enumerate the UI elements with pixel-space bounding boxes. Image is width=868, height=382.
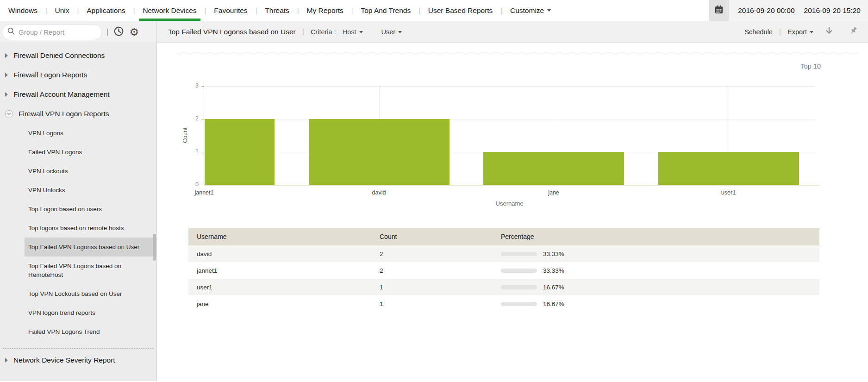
tab-favourites[interactable]: Favourites [211, 0, 250, 21]
calendar-button[interactable] [709, 0, 729, 21]
nav-separator: | [500, 7, 502, 14]
sidebar-item-vpn-unlocks[interactable]: VPN Unlocks [25, 181, 156, 200]
table-row-david[interactable]: david233.33% [188, 245, 819, 262]
tab-label: User Based Reports [428, 6, 493, 15]
schedule-button[interactable]: Schedule [744, 28, 772, 36]
panel-top-border [175, 52, 858, 52]
sidebar-item-top-failed-vpn-logons-based-on-remotehost[interactable]: Top Failed VPN Logons based on RemoteHos… [25, 257, 156, 284]
cell-username: user1 [188, 284, 380, 291]
cell-percentage: 16.67% [501, 284, 819, 291]
cell-count: 1 [380, 284, 501, 291]
export-label: Export [787, 28, 807, 36]
sidebar-search[interactable] [2, 24, 102, 40]
tab-label: Threats [265, 6, 289, 15]
tab-label: Applications [87, 6, 125, 15]
tab-unix[interactable]: Unix [52, 0, 72, 21]
sidebar-group-label: Network Device Severity Report [13, 356, 115, 364]
expand-arrow-icon [5, 92, 8, 97]
expand-arrow-icon [5, 73, 8, 77]
pushpin-icon [848, 25, 859, 38]
criteria-user-dropdown[interactable]: User [381, 28, 402, 36]
sidebar-item-failed-vpn-logons[interactable]: Failed VPN Logons [25, 143, 156, 162]
tab-my-reports[interactable]: My Reports [304, 0, 346, 21]
toolbar-separator: | [779, 28, 781, 36]
sidebar-group-label: Firewall Logon Reports [13, 71, 87, 79]
sidebar-group-firewall-account-management[interactable]: Firewall Account Management [0, 85, 156, 104]
nav-separator: | [256, 7, 257, 14]
chart-bar-jannet1[interactable] [205, 119, 275, 185]
gear-icon: ⚙ [129, 27, 139, 38]
table-row-jane[interactable]: jane116.67% [188, 295, 819, 312]
cell-percentage: 33.33% [501, 250, 819, 257]
collapse-icon [5, 110, 13, 118]
date-start[interactable]: 2016-09-20 00:00 [738, 6, 794, 15]
tab-windows[interactable]: Windows [6, 0, 40, 21]
pin-button[interactable] [848, 25, 859, 38]
sidebar-group-network-device-severity-report[interactable]: Network Device Severity Report [0, 351, 156, 370]
x-tick-label: user1 [696, 189, 761, 196]
sidebar-group-label: Firewall Denied Connections [13, 51, 105, 60]
chart-bar-david[interactable] [309, 119, 450, 185]
chart-bar-jane[interactable] [483, 152, 624, 185]
settings-button[interactable]: ⚙ [129, 27, 139, 38]
sidebar-group-firewall-vpn-logon-reports[interactable]: Firewall VPN Logon Reports [0, 104, 156, 124]
download-icon [824, 25, 835, 38]
gridline-horizontal [204, 119, 815, 119]
sidebar-item-top-logons-based-on-remote-hosts[interactable]: Top logons based on remote hosts [25, 219, 156, 238]
clock-icon [113, 25, 125, 39]
chart-bar-user1[interactable] [658, 152, 799, 185]
tab-applications[interactable]: Applications [84, 0, 128, 21]
expand-arrow-icon [5, 358, 8, 363]
export-dropdown[interactable]: Export [787, 28, 813, 36]
table-header-row: UsernameCountPercentage [188, 228, 819, 245]
x-tick-label: david [347, 189, 412, 196]
nav-separator: | [133, 7, 135, 14]
search-input[interactable] [19, 28, 97, 36]
y-tick-label: 1 [188, 148, 199, 155]
criteria-host-dropdown[interactable]: Host [343, 28, 363, 36]
sidebar-group-firewall-logon-reports[interactable]: Firewall Logon Reports [0, 65, 156, 85]
sidebar-item-vpn-lockouts[interactable]: VPN Lockouts [25, 162, 156, 181]
tab-label: Unix [55, 6, 69, 15]
sidebar-item-top-vpn-lockouts-based-on-user[interactable]: Top VPN Lockouts based on User [25, 284, 156, 303]
tab-top-and-trends[interactable]: Top And Trends [358, 0, 413, 21]
chevron-down-icon [359, 31, 363, 33]
date-end[interactable]: 2016-09-20 15:20 [804, 6, 861, 15]
table-row-jannet1[interactable]: jannet1233.33% [188, 262, 819, 279]
column-header-username: Username [188, 233, 380, 240]
chevron-down-icon [810, 31, 813, 33]
y-axis-title: Count [182, 127, 188, 143]
sidebar-item-top-logon-based-on-users[interactable]: Top Logon based on users [25, 200, 156, 219]
report-toolbar: Top Failed VPN Logonss based on User | C… [157, 21, 868, 43]
nav-separator: | [205, 7, 206, 14]
sidebar-scrollbar[interactable] [153, 234, 156, 261]
percentage-bar [501, 252, 537, 256]
recent-reports-button[interactable] [113, 25, 125, 39]
download-button[interactable] [824, 25, 835, 38]
criteria-user-value: User [381, 28, 396, 36]
x-tick-label: jane [521, 189, 586, 196]
tab-threats[interactable]: Threats [262, 0, 292, 21]
report-table: UsernameCountPercentagedavid233.33%janne… [188, 228, 819, 312]
sidebar-divider [3, 348, 154, 349]
tab-label: Customize [510, 6, 544, 15]
tab-user-based-reports[interactable]: User Based Reports [425, 0, 496, 21]
column-header-percentage: Percentage [501, 233, 819, 240]
content-area: Firewall Denied ConnectionsFirewall Logo… [0, 43, 868, 381]
tab-label: Top And Trends [361, 6, 411, 15]
tab-label: Windows [8, 6, 37, 15]
tab-customize[interactable]: Customize [507, 0, 554, 21]
sidebar-item-failed-vpn-logons-trend[interactable]: Failed VPN Logons Trend [25, 322, 156, 341]
sidebar-item-vpn-logons[interactable]: VPN Logons [25, 124, 156, 143]
expand-arrow-icon [5, 53, 8, 58]
sidebar-group-firewall-denied-connections[interactable]: Firewall Denied Connections [0, 46, 156, 65]
tab-network-devices[interactable]: Network Devices [140, 0, 199, 21]
cell-percentage: 33.33% [501, 267, 819, 274]
table-row-user1[interactable]: user1116.67% [188, 279, 819, 295]
sidebar-header: | ⚙ [0, 21, 157, 43]
chevron-down-icon [398, 31, 402, 33]
criteria-label: Criteria : [311, 28, 336, 36]
sidebar-item-top-failed-vpn-logonss-based-on-user[interactable]: Top Failed VPN Logonss based on User [25, 238, 156, 257]
sidebar-group-label: Firewall VPN Logon Reports [19, 110, 109, 118]
sidebar-item-vpn-logon-trend-reports[interactable]: VPN logon trend reports [25, 303, 156, 322]
